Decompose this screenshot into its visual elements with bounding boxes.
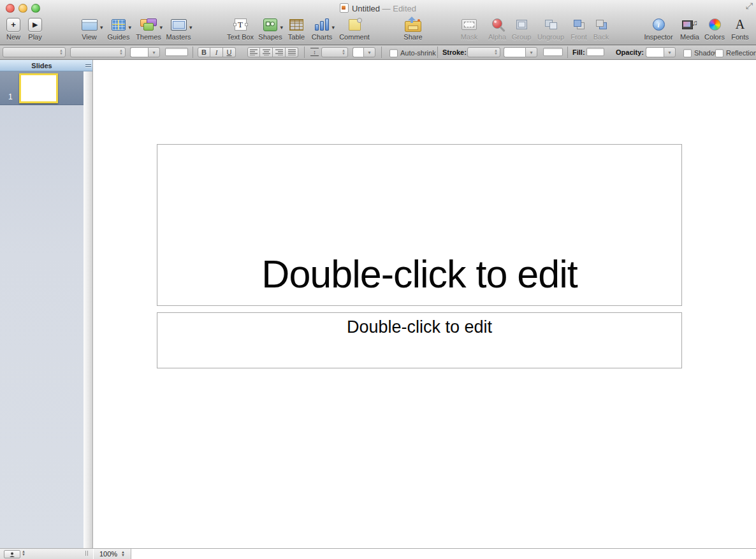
slide-list-item[interactable]: 1	[0, 71, 84, 105]
line-spacing-icon: ↕	[310, 48, 319, 56]
window-chrome: Untitled — Edited ⤢ + New ▶ Play View Gu…	[0, 0, 756, 45]
inspector-icon: i	[653, 18, 665, 31]
status-bar-grip-icon[interactable]	[84, 551, 90, 556]
shapes-icon	[263, 18, 277, 31]
status-bar: 100%	[0, 548, 756, 559]
window-edited-label: — Edited	[382, 4, 416, 13]
share-icon	[405, 21, 421, 32]
document-icon	[340, 3, 349, 13]
notes-stepper[interactable]	[22, 550, 25, 556]
fill-label: Fill:	[572, 48, 585, 59]
slides-panel: Slides 1	[0, 60, 84, 549]
toolbar-button-play[interactable]: ▶ Play	[15, 17, 55, 41]
line-spacing-select[interactable]	[321, 47, 348, 57]
presenter-notes-button[interactable]	[4, 550, 20, 558]
font-family-select[interactable]	[3, 47, 66, 57]
text-box-icon: T	[235, 18, 247, 31]
text-style-group: B I U	[198, 47, 236, 57]
columns-combo[interactable]	[353, 47, 375, 57]
text-align-group	[247, 47, 298, 57]
stroke-color-well[interactable]	[543, 48, 563, 56]
masters-icon	[171, 19, 187, 31]
checkbox-box	[389, 49, 398, 57]
italic-button[interactable]: I	[210, 47, 223, 57]
ungroup-icon	[545, 20, 557, 29]
stroke-style-select[interactable]	[467, 47, 500, 57]
guides-icon	[112, 19, 126, 31]
themes-icon	[140, 18, 157, 31]
comment-icon	[349, 19, 361, 31]
fullscreen-toggle-icon[interactable]: ⤢	[746, 1, 753, 11]
reflection-checkbox[interactable]: Reflection	[715, 48, 756, 58]
title-placeholder-text: Double-click to edit	[261, 252, 577, 305]
font-size-combo[interactable]	[130, 47, 160, 57]
body-placeholder-text: Double-click to edit	[347, 313, 492, 337]
status-bar-left	[0, 549, 93, 559]
zoom-level-value: 100%	[99, 550, 117, 558]
separator	[381, 47, 382, 58]
view-icon	[82, 19, 98, 31]
checkbox-box	[683, 49, 692, 57]
align-left-button[interactable]	[247, 47, 260, 57]
shadow-checkbox[interactable]: Shadow	[683, 48, 720, 58]
slide-canvas[interactable]: Double-click to edit Double-click to edi…	[94, 60, 756, 549]
stroke-label: Stroke:	[442, 48, 467, 59]
group-icon	[516, 20, 527, 29]
stroke-width-combo[interactable]	[504, 47, 537, 57]
separator	[437, 47, 438, 58]
toolbar-button-share[interactable]: Share	[393, 17, 433, 41]
title-text-box[interactable]: Double-click to edit	[157, 144, 682, 306]
font-typeface-select[interactable]	[70, 47, 126, 57]
opacity-label: Opacity:	[616, 48, 644, 59]
zoom-stepper[interactable]	[121, 551, 125, 557]
slides-panel-header: Slides	[0, 60, 84, 71]
opacity-combo[interactable]	[646, 47, 676, 57]
colors-icon	[709, 18, 721, 31]
format-bar: B I U ↕ Auto-shrink Stroke: Fill: Opacit…	[0, 45, 756, 60]
window-title-text: Untitled	[352, 4, 380, 13]
separator	[193, 47, 193, 58]
play-icon: ▶	[28, 18, 42, 32]
fill-color-well[interactable]	[586, 48, 604, 56]
slide-thumbnail[interactable]	[19, 73, 58, 103]
slide-number: 1	[8, 92, 13, 101]
toolbar-button-back: Back	[581, 17, 622, 41]
send-to-back-icon	[596, 20, 607, 29]
underline-button[interactable]: U	[223, 47, 236, 57]
mask-icon	[462, 19, 477, 30]
fonts-icon: A	[736, 18, 745, 31]
bold-button[interactable]: B	[198, 47, 210, 57]
charts-icon	[315, 18, 329, 31]
separator	[304, 47, 305, 58]
align-center-button[interactable]	[260, 47, 273, 57]
toolbar-button-comment[interactable]: Comment	[334, 17, 375, 41]
auto-shrink-checkbox[interactable]: Auto-shrink	[389, 48, 436, 58]
checkbox-box	[715, 49, 723, 57]
toolbar-button-fonts[interactable]: A Fonts	[720, 17, 756, 41]
splitter-grip-icon[interactable]	[84, 60, 92, 71]
body-text-box[interactable]: Double-click to edit	[157, 312, 682, 368]
align-right-button[interactable]	[273, 47, 286, 57]
window-title: Untitled — Edited	[0, 3, 756, 13]
zoom-control[interactable]: 100%	[94, 549, 131, 559]
panel-splitter[interactable]	[84, 60, 93, 549]
align-justify-button[interactable]	[286, 47, 298, 57]
person-icon	[9, 552, 15, 557]
separator	[567, 47, 568, 58]
toolbar-button-masters[interactable]: Masters	[158, 17, 199, 41]
text-color-well[interactable]	[165, 48, 188, 56]
